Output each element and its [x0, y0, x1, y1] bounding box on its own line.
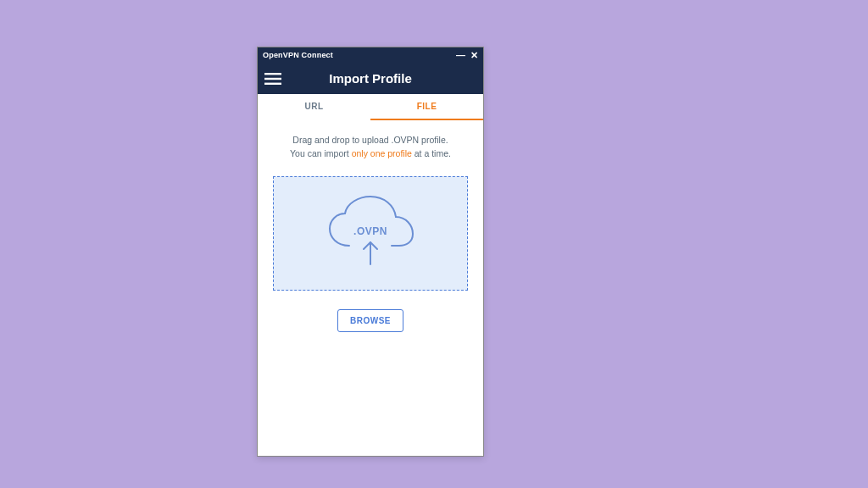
titlebar: OpenVPN Connect — ✕: [258, 47, 483, 63]
minimize-button[interactable]: —: [456, 51, 465, 60]
app-header: Import Profile: [258, 63, 483, 94]
instructions: Drag and drop to upload .OVPN profile. Y…: [273, 134, 468, 161]
window-controls: — ✕: [456, 51, 478, 60]
instructions-line1: Drag and drop to upload .OVPN profile.: [273, 134, 468, 147]
hamburger-menu-icon[interactable]: [258, 73, 288, 85]
tab-url[interactable]: URL: [258, 94, 370, 120]
app-window: OpenVPN Connect — ✕ Import Profile URL F…: [257, 47, 484, 457]
cloud-upload-icon: .OVPN: [320, 193, 421, 274]
instructions-line2: You can import only one profile at a tim…: [273, 147, 468, 161]
dropzone[interactable]: .OVPN: [273, 176, 468, 291]
tabs: URL FILE: [258, 94, 483, 120]
browse-button[interactable]: BROWSE: [337, 309, 403, 332]
svg-rect-1: [264, 77, 281, 79]
window-title: OpenVPN Connect: [263, 51, 333, 59]
tab-file[interactable]: FILE: [370, 94, 483, 120]
content: Drag and drop to upload .OVPN profile. Y…: [258, 120, 483, 332]
svg-rect-0: [264, 73, 281, 75]
svg-rect-2: [264, 82, 281, 84]
close-button[interactable]: ✕: [470, 51, 478, 60]
instructions-highlight: only one profile: [352, 148, 412, 158]
page-title: Import Profile: [258, 71, 483, 86]
